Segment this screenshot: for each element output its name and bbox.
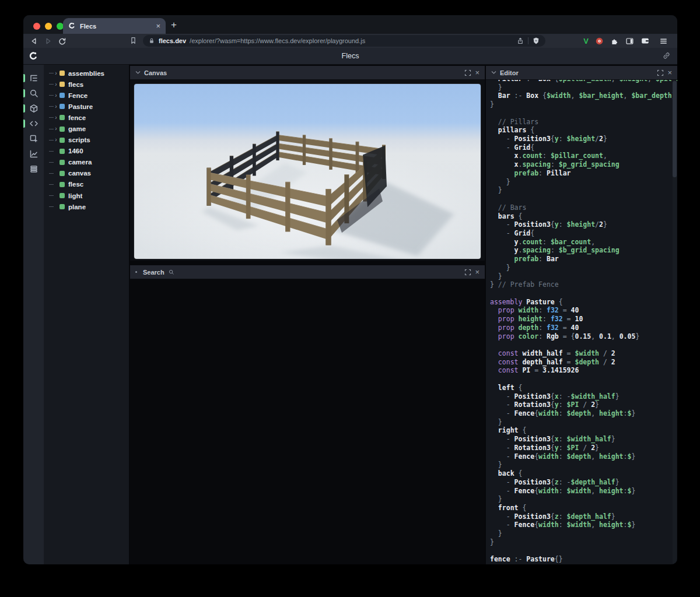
flecs-favicon [68, 22, 76, 30]
v-extension-icon[interactable]: V [583, 37, 589, 45]
bookmark-icon[interactable] [129, 36, 138, 45]
tree-item-scripts[interactable]: ›scripts [44, 135, 129, 146]
tree-item-label: game [68, 125, 86, 132]
close-icon[interactable]: × [667, 69, 672, 76]
code-line: y.spacing: $b_grid_spacing [490, 246, 677, 255]
tree-item-fence[interactable]: ›fence [44, 112, 129, 123]
tree-item-label: 1460 [68, 148, 83, 154]
code-line: - Fence{width: $depth, height:$} [490, 409, 677, 418]
code-line: } [490, 418, 677, 427]
tree-item-plane[interactable]: plane [44, 201, 129, 212]
close-icon[interactable]: × [475, 69, 480, 76]
code-line: - Position3{z: -$depth_half} [490, 478, 677, 487]
code-line: - Position3{x: $width_half} [490, 435, 677, 444]
tab-close-icon[interactable]: × [156, 22, 160, 30]
icon-sidebar [23, 65, 44, 564]
divider [528, 37, 528, 44]
canvas-panel-header: Canvas × [130, 66, 485, 80]
code-line: y.count: $bar_count, [490, 238, 677, 247]
tree-item-flecs[interactable]: ›flecs [44, 79, 129, 90]
entity-color-square [60, 171, 65, 176]
canvas-panel: Canvas × [130, 66, 485, 261]
search-body[interactable] [130, 279, 485, 564]
code-line: assembly Pasture { [490, 298, 677, 307]
tree-twig [49, 195, 54, 196]
chevron-down-icon[interactable] [491, 71, 496, 75]
tree-item-camera[interactable]: camera [44, 157, 129, 168]
fullscreen-icon[interactable] [464, 69, 471, 76]
close-window-button[interactable] [33, 23, 40, 30]
code-editor[interactable]: Pillar :- Box {$pillar_width, $height, $… [486, 80, 677, 564]
expand-chevron-icon[interactable]: › [54, 126, 58, 132]
collapsed-bullet-icon[interactable] [135, 271, 137, 273]
tree-item-Fence[interactable]: ›Fence [44, 90, 129, 101]
red-extension-icon[interactable] [595, 37, 604, 45]
back-button[interactable] [30, 37, 38, 45]
minimize-window-button[interactable] [45, 23, 52, 30]
share-icon[interactable] [516, 37, 524, 45]
prefab-color-square [60, 93, 65, 98]
flecs-logo [29, 51, 38, 61]
code-line: prop depth: f32 = 40 [490, 324, 677, 332]
tree-twig [49, 84, 54, 85]
code-line [490, 195, 677, 203]
editor-scrollbar-thumb[interactable] [673, 81, 677, 177]
extensions-puzzle-icon[interactable] [610, 37, 619, 45]
browser-tab[interactable]: Flecs × [63, 18, 166, 34]
search-panel-header: Search × [130, 265, 485, 279]
prefab-color-square [60, 104, 65, 109]
sidebar-item-stack[interactable] [23, 161, 44, 177]
tab-title: Flecs [80, 23, 152, 30]
expand-chevron-icon[interactable]: › [54, 71, 58, 76]
code-line: x.count: $pillar_count, [490, 152, 677, 160]
forward-button[interactable] [44, 37, 52, 45]
tree-twig [49, 151, 54, 152]
wallet-icon[interactable] [640, 36, 650, 45]
tree-item-light[interactable]: light [44, 190, 129, 201]
new-tab-button[interactable]: + [171, 19, 177, 31]
close-icon[interactable]: × [475, 268, 480, 276]
tree-item-assemblies[interactable]: ›assemblies [44, 68, 129, 79]
link-icon[interactable] [662, 51, 671, 60]
chart-icon [29, 149, 38, 159]
tree-item-label: plane [68, 203, 86, 210]
code-line [490, 109, 677, 118]
code-line: } [490, 83, 677, 92]
tree-item-1460[interactable]: 1460 [44, 146, 129, 157]
expand-chevron-icon[interactable]: › [54, 137, 58, 143]
sidebar-item-chart[interactable] [23, 146, 44, 161]
tree-twig [49, 95, 54, 96]
menu-icon[interactable] [659, 37, 668, 45]
fence-3d-render[interactable] [134, 84, 481, 259]
fullscreen-icon[interactable] [464, 269, 471, 276]
expand-chevron-icon[interactable]: › [54, 115, 58, 121]
brave-shield-icon[interactable] [532, 37, 540, 45]
page-title: Flecs [23, 52, 677, 60]
expand-chevron-icon[interactable]: › [54, 82, 58, 87]
tree-item-game[interactable]: ›game [44, 123, 129, 134]
url-bar[interactable]: flecs.dev/explorer/?wasm=https://www.fle… [143, 35, 545, 47]
sidebar-item-cube[interactable] [23, 101, 44, 116]
expand-chevron-icon[interactable]: › [54, 104, 58, 110]
chevron-down-icon[interactable] [135, 71, 141, 75]
sidebar-item-outliner[interactable] [23, 71, 44, 86]
tree-item-flesc[interactable]: flesc [44, 179, 129, 190]
expand-chevron-icon[interactable]: › [54, 93, 58, 99]
sidebar-item-code[interactable] [23, 116, 44, 131]
code-line [490, 289, 677, 298]
tree-item-Pasture[interactable]: ›Pasture [44, 101, 129, 112]
tree-twig [49, 73, 54, 73]
sidebar-item-search[interactable] [23, 86, 44, 101]
inspector-icon [29, 134, 38, 143]
url-domain: flecs.dev [159, 37, 186, 44]
code-line: prefab: Bar [490, 255, 677, 264]
sidebar-panel-icon[interactable] [625, 37, 634, 45]
tree-item-label: light [68, 192, 82, 199]
sidebar-item-inspector[interactable] [23, 131, 44, 146]
tree-item-canvas[interactable]: canvas [44, 168, 129, 179]
reload-button[interactable] [58, 37, 66, 45]
code-line: - Position3{x: -$width_half} [490, 392, 677, 401]
entity-color-square [60, 127, 65, 132]
tree-item-label: flesc [68, 181, 83, 188]
fullscreen-icon[interactable] [657, 69, 664, 76]
